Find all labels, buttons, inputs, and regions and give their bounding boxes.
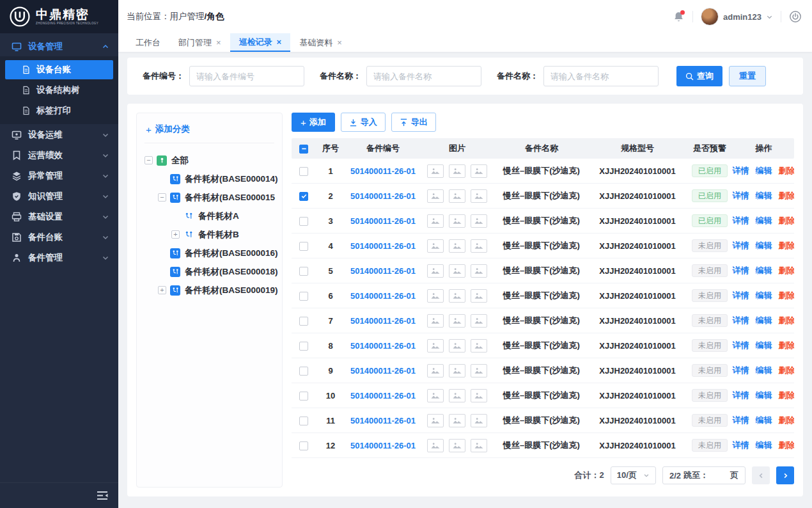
part-code-link[interactable]: 501400011-26-01 (350, 216, 416, 226)
image-placeholder[interactable] (471, 214, 487, 228)
jump-page-input[interactable] (711, 469, 728, 482)
detail-link[interactable]: 详情 (733, 165, 749, 177)
image-placeholder[interactable] (449, 264, 465, 278)
edit-link[interactable]: 编辑 (756, 190, 772, 202)
prev-page-button[interactable] (752, 466, 770, 484)
add-button[interactable]: + 添加 (292, 113, 335, 132)
image-placeholder[interactable] (471, 414, 487, 427)
tree-node[interactable]: 备件耗材(BASE000016) (144, 244, 274, 262)
next-page-button[interactable] (776, 466, 794, 484)
edit-link[interactable]: 编辑 (756, 390, 772, 401)
image-placeholder[interactable] (449, 314, 465, 328)
logout-power-icon[interactable] (789, 10, 802, 23)
image-placeholder[interactable] (449, 289, 465, 303)
row-checkbox[interactable] (299, 292, 308, 301)
detail-link[interactable]: 详情 (733, 440, 749, 451)
sidebar-subitem-device-structure-tree[interactable]: 设备结构树 (5, 81, 113, 100)
part-code-link[interactable]: 501400011-26-01 (350, 266, 416, 276)
delete-link[interactable]: 删除 (779, 340, 795, 351)
detail-link[interactable]: 详情 (733, 365, 749, 376)
tab-0[interactable]: 工作台 (127, 33, 169, 52)
sidebar-item-device-operations[interactable]: 设备运维 (0, 125, 118, 145)
detail-link[interactable]: 详情 (733, 215, 749, 226)
delete-link[interactable]: 删除 (779, 315, 795, 326)
image-placeholder[interactable] (471, 339, 487, 353)
user-menu[interactable]: admin123 (701, 8, 773, 26)
sidebar-item-operation-performance[interactable]: 运营绩效 (0, 145, 118, 165)
page-size-select[interactable]: 10/页 (611, 466, 656, 484)
delete-link[interactable]: 删除 (779, 215, 795, 226)
part-code-link[interactable]: 501400011-26-01 (350, 291, 416, 301)
image-placeholder[interactable] (449, 164, 465, 178)
tree-expand-icon[interactable]: + (171, 230, 180, 239)
image-placeholder[interactable] (471, 389, 487, 402)
image-placeholder[interactable] (427, 439, 444, 452)
part-code-link[interactable]: 501400011-26-01 (350, 366, 416, 376)
image-placeholder[interactable] (427, 289, 444, 303)
tab-3[interactable]: 基础资料 × (290, 33, 351, 52)
image-placeholder[interactable] (449, 214, 465, 228)
detail-link[interactable]: 详情 (733, 315, 749, 326)
image-placeholder[interactable] (471, 289, 487, 303)
sidebar-item-knowledge-management[interactable]: 知识管理 (0, 186, 118, 206)
part-code-link[interactable]: 501400011-26-01 (350, 416, 416, 425)
image-placeholder[interactable] (427, 364, 444, 377)
row-checkbox[interactable] (299, 217, 308, 226)
close-tab-icon[interactable]: × (277, 38, 282, 46)
sidebar-item-exception-management[interactable]: 异常管理 (0, 166, 118, 186)
tree-node[interactable]: −全部 (144, 151, 274, 170)
image-placeholder[interactable] (471, 189, 487, 203)
tree-node[interactable]: 备件耗材A (144, 207, 274, 225)
sidebar-subitem-device-ledger[interactable]: 设备台账 (5, 60, 113, 79)
image-placeholder[interactable] (427, 214, 444, 228)
search-button[interactable]: 查询 (676, 66, 722, 86)
part-code-link[interactable]: 501400011-26-01 (350, 341, 416, 351)
image-placeholder[interactable] (449, 239, 465, 253)
sidebar-subitem-label-printing[interactable]: 标签打印 (5, 101, 113, 120)
detail-link[interactable]: 详情 (733, 240, 749, 251)
image-placeholder[interactable] (449, 189, 465, 203)
image-placeholder[interactable] (427, 314, 444, 328)
sidebar-item-spare-parts-management[interactable]: 备件管理 (0, 248, 118, 267)
image-placeholder[interactable] (471, 314, 487, 328)
edit-link[interactable]: 编辑 (756, 340, 772, 351)
image-placeholder[interactable] (471, 364, 487, 377)
image-placeholder[interactable] (427, 189, 444, 203)
delete-link[interactable]: 删除 (779, 190, 795, 202)
image-placeholder[interactable] (449, 439, 465, 452)
delete-link[interactable]: 删除 (779, 290, 795, 301)
tree-node[interactable]: +备件耗材(BASE000019) (144, 281, 274, 299)
part-name-2-input[interactable] (543, 66, 659, 86)
detail-link[interactable]: 详情 (733, 340, 749, 351)
export-button[interactable]: 导出 (391, 113, 436, 132)
part-code-link[interactable]: 501400011-26-01 (350, 391, 416, 401)
tab-1[interactable]: 部门管理 × (169, 33, 230, 52)
edit-link[interactable]: 编辑 (756, 265, 772, 276)
edit-link[interactable]: 编辑 (756, 315, 772, 326)
part-code-link[interactable]: 501400011-26-01 (350, 241, 416, 251)
image-placeholder[interactable] (427, 414, 444, 427)
row-checkbox[interactable] (299, 392, 308, 401)
row-checkbox[interactable] (299, 417, 308, 425)
tree-node[interactable]: 备件耗材(BASE000018) (144, 262, 274, 281)
edit-link[interactable]: 编辑 (756, 440, 772, 451)
image-placeholder[interactable] (449, 339, 465, 353)
image-placeholder[interactable] (471, 439, 487, 452)
edit-link[interactable]: 编辑 (756, 215, 772, 226)
collapse-sidebar-icon[interactable] (97, 491, 108, 500)
detail-link[interactable]: 详情 (733, 265, 749, 276)
image-placeholder[interactable] (427, 339, 444, 353)
detail-link[interactable]: 详情 (733, 290, 749, 301)
part-code-link[interactable]: 501400011-26-01 (350, 191, 416, 201)
detail-link[interactable]: 详情 (733, 390, 749, 401)
delete-link[interactable]: 删除 (779, 415, 795, 426)
close-tab-icon[interactable]: × (337, 38, 342, 47)
detail-link[interactable]: 详情 (733, 190, 749, 202)
delete-link[interactable]: 删除 (779, 440, 795, 451)
image-placeholder[interactable] (427, 264, 444, 278)
tree-expand-icon[interactable]: + (158, 286, 166, 294)
sidebar-item-spare-parts-ledger[interactable]: 备件台账 (0, 227, 118, 247)
add-category-button[interactable]: + 添加分类 (144, 121, 274, 143)
image-placeholder[interactable] (449, 389, 465, 402)
part-name-1-input[interactable] (366, 66, 481, 86)
